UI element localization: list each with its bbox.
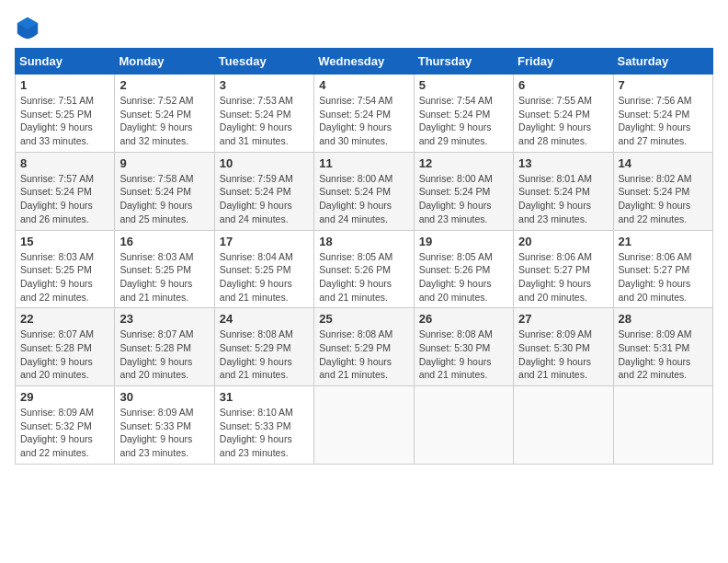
calendar-cell: 2Sunrise: 7:52 AM Sunset: 5:24 PM Daylig… (115, 75, 214, 153)
calendar-cell: 1Sunrise: 7:51 AM Sunset: 5:25 PM Daylig… (16, 75, 115, 153)
calendar-cell: 7Sunrise: 7:56 AM Sunset: 5:24 PM Daylig… (613, 75, 712, 153)
calendar-header-wednesday: Wednesday (314, 49, 414, 75)
calendar-cell: 9Sunrise: 7:58 AM Sunset: 5:24 PM Daylig… (115, 152, 214, 230)
calendar-cell: 26Sunrise: 8:08 AM Sunset: 5:30 PM Dayli… (414, 308, 513, 386)
day-number: 10 (220, 156, 309, 170)
day-number: 22 (20, 312, 109, 326)
day-info: Sunrise: 8:06 AM Sunset: 5:27 PM Dayligh… (619, 250, 708, 304)
day-number: 1 (20, 78, 109, 92)
day-info: Sunrise: 7:54 AM Sunset: 5:24 PM Dayligh… (419, 94, 508, 148)
calendar-cell: 11Sunrise: 8:00 AM Sunset: 5:24 PM Dayli… (314, 152, 414, 230)
day-number: 14 (619, 156, 708, 170)
day-number: 17 (220, 235, 309, 248)
day-info: Sunrise: 8:09 AM Sunset: 5:32 PM Dayligh… (20, 406, 109, 460)
day-info: Sunrise: 7:55 AM Sunset: 5:24 PM Dayligh… (518, 94, 608, 148)
calendar-cell (514, 386, 613, 465)
day-number: 16 (119, 235, 209, 248)
calendar-cell: 13Sunrise: 8:01 AM Sunset: 5:24 PM Dayli… (514, 152, 613, 230)
day-number: 26 (419, 312, 508, 326)
logo-icon (15, 15, 40, 40)
day-info: Sunrise: 8:07 AM Sunset: 5:28 PM Dayligh… (20, 327, 109, 382)
day-number: 8 (20, 156, 109, 170)
calendar-header-sunday: Sunday (16, 49, 115, 75)
day-info: Sunrise: 8:02 AM Sunset: 5:24 PM Dayligh… (619, 172, 708, 226)
day-info: Sunrise: 8:03 AM Sunset: 5:25 PM Dayligh… (20, 250, 109, 304)
calendar-cell: 20Sunrise: 8:06 AM Sunset: 5:27 PM Dayli… (514, 230, 613, 308)
calendar-cell (314, 386, 414, 465)
day-number: 15 (20, 235, 109, 248)
calendar-cell: 3Sunrise: 7:53 AM Sunset: 5:24 PM Daylig… (214, 75, 313, 153)
day-info: Sunrise: 7:52 AM Sunset: 5:24 PM Dayligh… (119, 94, 209, 148)
day-info: Sunrise: 8:03 AM Sunset: 5:25 PM Dayligh… (119, 250, 209, 304)
day-info: Sunrise: 8:05 AM Sunset: 5:26 PM Dayligh… (419, 250, 508, 304)
day-info: Sunrise: 8:00 AM Sunset: 5:24 PM Dayligh… (319, 172, 408, 226)
calendar-cell: 21Sunrise: 8:06 AM Sunset: 5:27 PM Dayli… (613, 230, 712, 308)
day-info: Sunrise: 7:56 AM Sunset: 5:24 PM Dayligh… (619, 94, 708, 148)
calendar-header-monday: Monday (115, 49, 214, 75)
day-info: Sunrise: 8:08 AM Sunset: 5:30 PM Dayligh… (419, 327, 508, 382)
calendar-cell: 14Sunrise: 8:02 AM Sunset: 5:24 PM Dayli… (613, 152, 712, 230)
day-info: Sunrise: 8:08 AM Sunset: 5:29 PM Dayligh… (319, 327, 408, 382)
day-info: Sunrise: 7:54 AM Sunset: 5:24 PM Dayligh… (319, 94, 408, 148)
calendar-cell: 31Sunrise: 8:10 AM Sunset: 5:33 PM Dayli… (214, 386, 313, 465)
day-info: Sunrise: 8:05 AM Sunset: 5:26 PM Dayligh… (319, 250, 408, 304)
calendar-week-row: 1Sunrise: 7:51 AM Sunset: 5:25 PM Daylig… (16, 75, 713, 153)
day-info: Sunrise: 8:09 AM Sunset: 5:33 PM Dayligh… (119, 406, 209, 460)
day-number: 23 (119, 312, 209, 326)
day-info: Sunrise: 8:08 AM Sunset: 5:29 PM Dayligh… (220, 327, 309, 382)
day-info: Sunrise: 7:53 AM Sunset: 5:24 PM Dayligh… (220, 94, 309, 148)
day-info: Sunrise: 7:51 AM Sunset: 5:25 PM Dayligh… (20, 94, 109, 148)
calendar-cell: 8Sunrise: 7:57 AM Sunset: 5:24 PM Daylig… (16, 152, 115, 230)
calendar-header-thursday: Thursday (414, 49, 513, 75)
day-info: Sunrise: 7:58 AM Sunset: 5:24 PM Dayligh… (119, 172, 209, 226)
day-number: 5 (419, 78, 508, 92)
calendar-cell: 16Sunrise: 8:03 AM Sunset: 5:25 PM Dayli… (115, 230, 214, 308)
day-number: 28 (619, 312, 708, 326)
day-number: 29 (20, 390, 109, 404)
calendar-cell: 15Sunrise: 8:03 AM Sunset: 5:25 PM Dayli… (16, 230, 115, 308)
calendar-header-saturday: Saturday (613, 49, 712, 75)
calendar-table: SundayMondayTuesdayWednesdayThursdayFrid… (15, 48, 713, 465)
calendar-cell: 17Sunrise: 8:04 AM Sunset: 5:25 PM Dayli… (214, 230, 313, 308)
calendar-body: 1Sunrise: 7:51 AM Sunset: 5:25 PM Daylig… (16, 75, 713, 465)
calendar-cell: 30Sunrise: 8:09 AM Sunset: 5:33 PM Dayli… (115, 386, 214, 465)
page-header (15, 15, 713, 40)
day-number: 24 (220, 312, 309, 326)
calendar-cell: 23Sunrise: 8:07 AM Sunset: 5:28 PM Dayli… (115, 308, 214, 386)
calendar-week-row: 15Sunrise: 8:03 AM Sunset: 5:25 PM Dayli… (16, 230, 713, 308)
day-number: 7 (619, 78, 708, 92)
day-number: 4 (319, 78, 408, 92)
calendar-cell: 27Sunrise: 8:09 AM Sunset: 5:30 PM Dayli… (514, 308, 613, 386)
day-number: 2 (119, 78, 209, 92)
day-number: 18 (319, 235, 408, 248)
day-info: Sunrise: 8:00 AM Sunset: 5:24 PM Dayligh… (419, 172, 508, 226)
day-info: Sunrise: 8:06 AM Sunset: 5:27 PM Dayligh… (518, 250, 608, 304)
calendar-week-row: 8Sunrise: 7:57 AM Sunset: 5:24 PM Daylig… (16, 152, 713, 230)
calendar-cell (613, 386, 712, 465)
day-info: Sunrise: 8:09 AM Sunset: 5:30 PM Dayligh… (518, 327, 608, 382)
calendar-cell: 12Sunrise: 8:00 AM Sunset: 5:24 PM Dayli… (414, 152, 513, 230)
calendar-week-row: 29Sunrise: 8:09 AM Sunset: 5:32 PM Dayli… (16, 386, 713, 465)
calendar-cell: 10Sunrise: 7:59 AM Sunset: 5:24 PM Dayli… (214, 152, 313, 230)
calendar-cell: 25Sunrise: 8:08 AM Sunset: 5:29 PM Dayli… (314, 308, 414, 386)
day-number: 11 (319, 156, 408, 170)
calendar-cell: 5Sunrise: 7:54 AM Sunset: 5:24 PM Daylig… (414, 75, 513, 153)
day-info: Sunrise: 8:01 AM Sunset: 5:24 PM Dayligh… (518, 172, 608, 226)
calendar-header-row: SundayMondayTuesdayWednesdayThursdayFrid… (16, 49, 713, 75)
calendar-cell: 24Sunrise: 8:08 AM Sunset: 5:29 PM Dayli… (214, 308, 313, 386)
day-number: 12 (419, 156, 508, 170)
day-number: 9 (119, 156, 209, 170)
logo (15, 15, 44, 40)
day-number: 13 (518, 156, 608, 170)
day-number: 3 (220, 78, 309, 92)
day-number: 25 (319, 312, 408, 326)
calendar-cell: 29Sunrise: 8:09 AM Sunset: 5:32 PM Dayli… (16, 386, 115, 465)
calendar-cell: 19Sunrise: 8:05 AM Sunset: 5:26 PM Dayli… (414, 230, 513, 308)
day-info: Sunrise: 7:57 AM Sunset: 5:24 PM Dayligh… (20, 172, 109, 226)
day-number: 6 (518, 78, 608, 92)
day-number: 30 (119, 390, 209, 404)
calendar-cell: 4Sunrise: 7:54 AM Sunset: 5:24 PM Daylig… (314, 75, 414, 153)
day-number: 21 (619, 235, 708, 248)
day-info: Sunrise: 7:59 AM Sunset: 5:24 PM Dayligh… (220, 172, 309, 226)
day-number: 19 (419, 235, 508, 248)
